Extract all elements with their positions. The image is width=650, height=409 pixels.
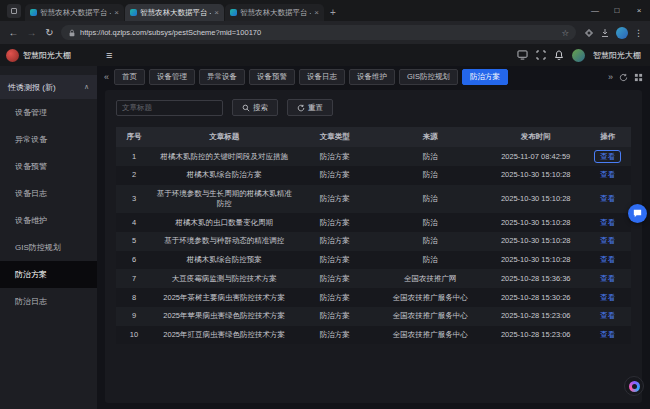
app-header: ≡ 智慧阳光大棚 bbox=[97, 44, 650, 66]
sidebar-item-3[interactable]: 设备日志 bbox=[0, 180, 97, 207]
cell-type: 防治方案 bbox=[296, 251, 373, 270]
column-header: 文章类型 bbox=[296, 127, 373, 147]
maximize-button[interactable]: □ bbox=[606, 0, 628, 21]
user-avatar[interactable] bbox=[572, 49, 585, 62]
browser-tab[interactable]: 智慧农林大数据平台 - 设备预警× bbox=[225, 4, 324, 21]
cell-type: 防治方案 bbox=[296, 232, 373, 251]
view-link[interactable]: 查看 bbox=[600, 293, 615, 302]
cell-title: 2025年茶树主要病虫害防控技术方案 bbox=[152, 288, 296, 307]
tabs-scroll-left[interactable]: « bbox=[104, 72, 109, 82]
ai-float-button[interactable] bbox=[624, 376, 644, 396]
view-link[interactable]: 查看 bbox=[594, 150, 621, 163]
cell-title: 柑橘木虱综合防控预案 bbox=[152, 251, 296, 270]
tab-close-icon[interactable]: × bbox=[114, 8, 119, 17]
search-bar: 搜索 重置 bbox=[116, 99, 631, 116]
cell-source: 防治 bbox=[373, 232, 486, 251]
sidebar-item-1[interactable]: 异常设备 bbox=[0, 126, 97, 153]
search-input[interactable] bbox=[116, 100, 223, 116]
cell-time: 2025-10-30 15:10:28 bbox=[487, 213, 585, 232]
download-icon[interactable] bbox=[600, 28, 610, 38]
nav-tab-3[interactable]: 设备预警 bbox=[249, 69, 295, 85]
sidebar-item-6[interactable]: 防治方案 bbox=[0, 261, 97, 288]
table-row: 3基于环境参数与生长周期的柑橘木虱精准防控防治方案防治2025-10-30 15… bbox=[116, 185, 631, 214]
tabs-scroll-right[interactable]: » bbox=[608, 72, 613, 82]
sidebar-item-5[interactable]: GIS防控规划 bbox=[0, 234, 97, 261]
view-link[interactable]: 查看 bbox=[600, 170, 615, 179]
nav-tab-6[interactable]: GIS防控规划 bbox=[399, 69, 458, 85]
cell-action: 查看 bbox=[585, 166, 631, 185]
layout-grid-icon[interactable] bbox=[634, 73, 643, 82]
bookmark-star-icon[interactable]: ☆ bbox=[561, 28, 569, 38]
assistant-float-button[interactable] bbox=[628, 204, 647, 223]
back-button[interactable]: ← bbox=[7, 27, 20, 38]
cell-type: 防治方案 bbox=[296, 269, 373, 288]
forward-button[interactable]: → bbox=[25, 27, 38, 38]
browser-tab[interactable]: 智慧农林大数据平台 - 防治方案× bbox=[125, 4, 224, 21]
window-controls: — □ × bbox=[584, 0, 650, 21]
cell-no: 5 bbox=[116, 232, 152, 251]
refresh-tabs-icon[interactable] bbox=[619, 73, 628, 82]
cell-title: 2025年苹果病虫害绿色防控技术方案 bbox=[152, 307, 296, 326]
nav-tab-2[interactable]: 异常设备 bbox=[199, 69, 245, 85]
cell-action: 查看 bbox=[585, 185, 631, 214]
view-link[interactable]: 查看 bbox=[600, 194, 615, 203]
table-row: 7大豆疫霉病监测与防控技术方案防治方案全国农技推广网2025-10-28 15:… bbox=[116, 269, 631, 288]
cell-source: 全国农技推广服务中心 bbox=[373, 326, 486, 345]
sidebar-item-7[interactable]: 防治日志 bbox=[0, 288, 97, 315]
screen-icon[interactable] bbox=[517, 50, 528, 60]
browser-menu-icon[interactable]: ⋮ bbox=[634, 28, 643, 38]
nav-tab-1[interactable]: 设备管理 bbox=[149, 69, 195, 85]
sidebar-item-2[interactable]: 设备预警 bbox=[0, 153, 97, 180]
content-panel: 搜索 重置 序号文章标题文章类型来源发布时间操作 1柑橘木虱防控的关键时 bbox=[105, 90, 642, 403]
minimize-button[interactable]: — bbox=[584, 0, 606, 21]
tab-title: 智慧农林大数据平台 - 设备预警 bbox=[240, 8, 311, 18]
close-button[interactable]: × bbox=[628, 0, 650, 21]
user-name: 智慧阳光大棚 bbox=[593, 50, 641, 61]
new-tab-button[interactable]: + bbox=[330, 7, 336, 18]
view-link[interactable]: 查看 bbox=[600, 255, 615, 264]
table-body: 1柑橘木虱防控的关键时间段及对应措施防治方案防治2025-11-07 08:42… bbox=[116, 147, 631, 344]
reset-button[interactable]: 重置 bbox=[287, 99, 333, 116]
tab-search-icon[interactable] bbox=[7, 4, 21, 18]
cell-time: 2025-10-30 15:10:28 bbox=[487, 166, 585, 185]
cell-title: 柑橘木虱防控的关键时间段及对应措施 bbox=[152, 147, 296, 166]
fullscreen-icon[interactable] bbox=[536, 50, 546, 60]
view-link[interactable]: 查看 bbox=[600, 218, 615, 227]
cell-title: 柑橘木虱的虫口数量变化周期 bbox=[152, 213, 296, 232]
extensions-puzzle-icon[interactable] bbox=[584, 28, 594, 38]
tab-close-icon[interactable]: × bbox=[314, 8, 319, 17]
brand: 智慧阳光大棚 bbox=[0, 44, 97, 66]
menu-toggle-icon[interactable]: ≡ bbox=[106, 49, 112, 61]
address-bar[interactable]: https://iot.qzlps.com/subsys/pestScheme?… bbox=[61, 25, 576, 40]
lock-icon bbox=[68, 29, 76, 37]
sidebar-item-4[interactable]: 设备维护 bbox=[0, 207, 97, 234]
cell-time: 2025-10-30 15:10:28 bbox=[487, 185, 585, 214]
app-frame: 智慧阳光大棚 性诱测报 (新) ∧ 设备管理异常设备设备预警设备日志设备维护GI… bbox=[0, 44, 650, 409]
nav-tab-0[interactable]: 首页 bbox=[114, 69, 145, 85]
table-row: 82025年茶树主要病虫害防控技术方案防治方案全国农技推广服务中心2025-10… bbox=[116, 288, 631, 307]
tab-close-icon[interactable]: × bbox=[214, 8, 219, 17]
view-link[interactable]: 查看 bbox=[600, 311, 615, 320]
search-button[interactable]: 搜索 bbox=[232, 99, 278, 116]
view-link[interactable]: 查看 bbox=[600, 330, 615, 339]
bell-icon[interactable] bbox=[554, 50, 564, 60]
reload-button[interactable]: ↻ bbox=[43, 27, 56, 38]
table-row: 1柑橘木虱防控的关键时间段及对应措施防治方案防治2025-11-07 08:42… bbox=[116, 147, 631, 166]
sidebar-group-toggle[interactable]: 性诱测报 (新) ∧ bbox=[0, 75, 97, 99]
tab-title: 智慧农林大数据平台 - 基地端示 bbox=[40, 8, 111, 18]
chevron-up-icon: ∧ bbox=[84, 83, 89, 91]
cell-source: 防治 bbox=[373, 185, 486, 214]
nav-tab-4[interactable]: 设备日志 bbox=[299, 69, 345, 85]
cell-time: 2025-10-28 15:23:06 bbox=[487, 326, 585, 345]
view-link[interactable]: 查看 bbox=[600, 274, 615, 283]
cell-type: 防治方案 bbox=[296, 185, 373, 214]
cell-source: 全国农技推广服务中心 bbox=[373, 288, 486, 307]
sidebar-item-0[interactable]: 设备管理 bbox=[0, 99, 97, 126]
nav-tab-5[interactable]: 设备维护 bbox=[349, 69, 395, 85]
browser-profile-avatar[interactable] bbox=[616, 27, 628, 39]
browser-tab[interactable]: 智慧农林大数据平台 - 基地端示× bbox=[25, 4, 124, 21]
view-link[interactable]: 查看 bbox=[600, 236, 615, 245]
cell-source: 防治 bbox=[373, 147, 486, 166]
cell-time: 2025-10-28 15:30:26 bbox=[487, 288, 585, 307]
nav-tab-7[interactable]: 防治方案 bbox=[462, 69, 508, 85]
